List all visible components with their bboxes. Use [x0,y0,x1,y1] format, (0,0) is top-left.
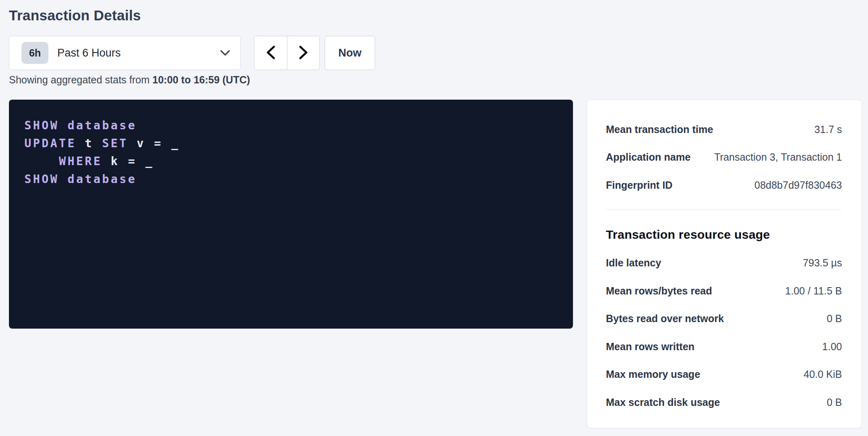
stat-value: Transaction 3, Transaction 1 [714,151,842,163]
stat-value: 793.5 µs [803,257,842,269]
transaction-details-page: Transaction Details 6h Past 6 Hours Now … [0,0,868,436]
page-title: Transaction Details [9,7,868,24]
usage-rows: Idle latency793.5 µsMean rows/bytes read… [606,249,842,416]
time-shift-group [254,36,320,70]
stat-row: Mean transaction time31.7 s [606,116,842,144]
stat-label: Max memory usage [606,368,700,380]
stat-row: Application nameTransaction 3, Transacti… [606,144,842,172]
stat-row: Mean rows written1.00 [606,333,842,361]
sql-code-line: SHOW database [24,170,561,188]
time-controls: 6h Past 6 Hours Now [9,36,375,70]
now-button[interactable]: Now [325,36,375,70]
previous-time-button[interactable] [254,36,287,70]
sql-code-line: SHOW database [24,117,561,135]
stat-value: 0 B [827,397,842,408]
stat-label: Mean rows/bytes read [606,285,712,297]
sql-code-line: UPDATE t SET v = _ [24,135,561,153]
sql-code-line: WHERE k = _ [24,153,561,170]
chevron-left-icon [265,45,276,61]
summary-rows: Mean transaction time31.7 sApplication n… [606,116,842,199]
transaction-detail-panel: Mean transaction time31.7 sApplication n… [587,100,862,428]
stat-value: 0 B [827,313,842,325]
aggregation-range-value: 10:00 to 16:59 (UTC) [152,74,250,85]
stat-label: Max scratch disk usage [606,397,720,408]
stat-value: 31.7 s [814,124,842,135]
stat-value: 1.00 [822,341,842,353]
stat-row: Max scratch disk usage0 B [606,388,842,416]
stat-label: Idle latency [606,257,661,269]
stat-row: Bytes read over network0 B [606,305,842,333]
stat-label: Bytes read over network [606,313,724,325]
time-range-badge: 6h [22,42,48,64]
stat-row: Idle latency793.5 µs [606,249,842,277]
main-content: SHOW databaseUPDATE t SET v = _ WHERE k … [9,100,862,428]
stat-row: Max memory usage40.0 KiB [606,361,842,389]
chevron-down-icon [220,50,230,56]
stat-label: Application name [606,151,690,163]
aggregation-range-prefix: Showing aggregated stats from [9,74,152,85]
aggregation-range-text: Showing aggregated stats from 10:00 to 1… [9,74,250,86]
stat-row: Fingerprint ID08d8b7d97f830463 [606,171,842,199]
chevron-right-icon [298,45,309,61]
sql-statements-box: SHOW databaseUPDATE t SET v = _ WHERE k … [9,100,573,329]
time-range-dropdown[interactable]: 6h Past 6 Hours [9,36,241,70]
stat-label: Mean rows written [606,341,694,353]
stat-value: 40.0 KiB [803,368,842,380]
panel-divider [606,209,842,210]
stat-value: 08d8b7d97f830463 [754,179,842,191]
next-time-button[interactable] [287,36,319,70]
time-range-selected: Past 6 Hours [57,47,220,59]
resource-usage-heading: Transaction resource usage [606,226,842,243]
stat-label: Mean transaction time [606,124,713,135]
stat-label: Fingerprint ID [606,179,673,191]
stat-value: 1.00 / 11.5 B [785,285,842,297]
stat-row: Mean rows/bytes read1.00 / 11.5 B [606,277,842,305]
